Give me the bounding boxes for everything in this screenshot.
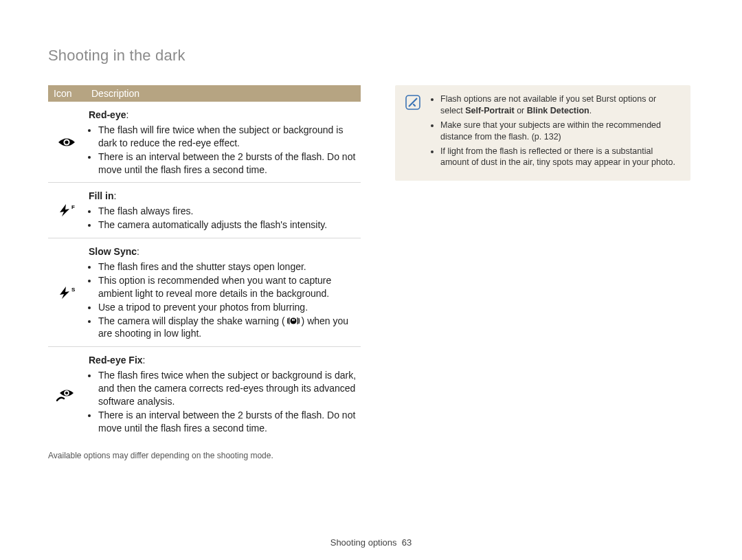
bullet: This option is recommended when you want… xyxy=(98,274,357,300)
row-title: Red-eye xyxy=(89,109,126,122)
svg-marker-4 xyxy=(60,287,69,299)
note-list: Flash options are not available if you s… xyxy=(429,93,681,171)
bullet: The flash always fires. xyxy=(98,205,357,218)
fill-in-icon: F xyxy=(48,183,86,238)
col-header-description: Description xyxy=(86,85,361,102)
svg-point-11 xyxy=(65,391,67,394)
svg-text:S: S xyxy=(71,287,76,293)
note-item: Flash options are not available if you s… xyxy=(440,93,681,117)
red-eye-fix-icon xyxy=(48,347,86,441)
col-header-icon: Icon xyxy=(48,85,86,102)
slow-sync-icon: S xyxy=(48,238,86,347)
bullet-with-icon: The camera will display the shake warnin… xyxy=(98,315,357,341)
bullet: The flash fires twice when the subject o… xyxy=(98,369,357,408)
icon-description-table-wrapper: Icon Description xyxy=(48,85,361,460)
row-title: Slow Sync xyxy=(89,245,137,258)
footer-section: Shooting options xyxy=(330,537,397,548)
bullet: The flash will fire twice when the subje… xyxy=(98,124,357,150)
table-row: Red-eye Fix: The flash fires twice when … xyxy=(48,347,361,441)
description-cell: Red-eye Fix: The flash fires twice when … xyxy=(86,347,361,441)
page-title: Shooting in the dark xyxy=(48,47,694,65)
svg-point-1 xyxy=(65,140,68,144)
svg-rect-9 xyxy=(293,319,294,321)
svg-text:F: F xyxy=(71,204,75,210)
bullet: The camera automatically adjusts the fla… xyxy=(98,219,357,232)
bullet: The flash fires and the shutter stays op… xyxy=(98,260,357,273)
shake-warning-icon xyxy=(286,315,300,326)
table-row: S Slow Sync: The flash fires and the shu… xyxy=(48,238,361,347)
svg-rect-8 xyxy=(293,319,293,321)
description-cell: Slow Sync: The flash fires and the shutt… xyxy=(86,238,361,347)
bullet: There is an interval between the 2 burst… xyxy=(98,150,357,177)
note-icon xyxy=(405,95,421,171)
red-eye-icon xyxy=(48,102,86,183)
note-box: Flash options are not available if you s… xyxy=(395,85,690,181)
bullet: There is an interval between the 2 burst… xyxy=(98,409,357,435)
svg-marker-2 xyxy=(60,204,69,216)
footer-page-number: 63 xyxy=(402,537,412,548)
table-row: Red-eye: The flash will fire twice when … xyxy=(48,102,361,183)
table-footnote: Available options may differ depending o… xyxy=(48,451,361,460)
note-item: Make sure that your subjects are within … xyxy=(440,120,681,143)
description-cell: Red-eye: The flash will fire twice when … xyxy=(86,102,361,183)
svg-rect-7 xyxy=(292,319,293,321)
note-item: If light from the flash is reflected or … xyxy=(440,146,681,169)
icon-description-table: Icon Description xyxy=(48,85,361,441)
bullet: Use a tripod to prevent your photos from… xyxy=(98,301,357,314)
page-footer: Shooting options 63 xyxy=(0,537,742,548)
row-title: Fill in xyxy=(89,190,114,203)
description-cell: Fill in: The flash always fires. The cam… xyxy=(86,183,361,238)
row-title: Red-eye Fix xyxy=(89,354,143,367)
table-row: F Fill in: The flash always fires. The c… xyxy=(48,183,361,238)
